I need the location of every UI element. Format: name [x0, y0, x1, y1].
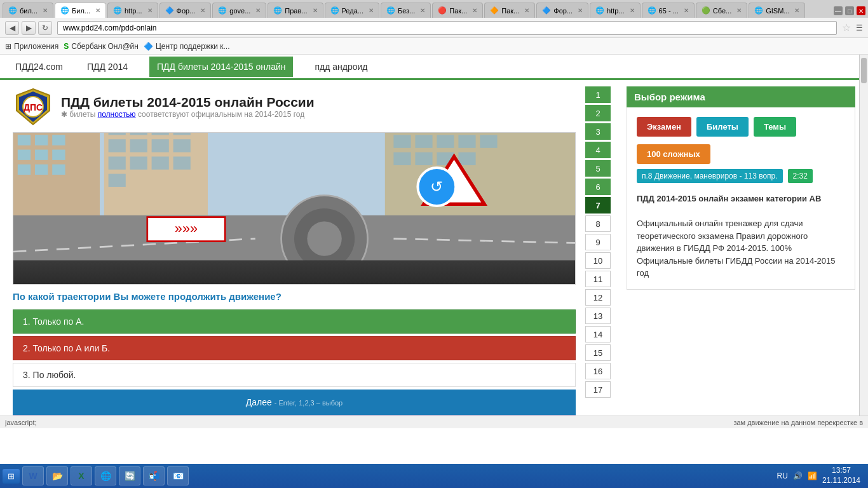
- tab-10-close[interactable]: ✕: [524, 7, 529, 14]
- tab-9[interactable]: 🔴 Пак... ✕: [432, 3, 483, 18]
- forward-button[interactable]: ▶: [22, 21, 36, 35]
- svg-rect-39: [480, 135, 497, 147]
- settings-button[interactable]: ☰: [856, 24, 863, 32]
- tab-14[interactable]: 🟢 Сбе... ✕: [696, 3, 747, 18]
- num-13[interactable]: 13: [585, 308, 611, 324]
- tab-11[interactable]: 🔷 Фор... ✕: [536, 3, 588, 18]
- tab-1[interactable]: 🌐 бил... ✕: [3, 3, 53, 18]
- answer-2[interactable]: 2. Только по А или Б.: [13, 336, 576, 360]
- mode-buttons: Экзамен Билеты Темы: [637, 117, 845, 137]
- bookmark-star[interactable]: ☆: [842, 22, 851, 34]
- answer-3-text: 3. По любой.: [23, 370, 76, 380]
- num-11[interactable]: 11: [585, 271, 611, 287]
- tab-13-close[interactable]: ✕: [684, 7, 689, 14]
- hard-100-button[interactable]: 100 сложных: [637, 144, 710, 164]
- tab-4[interactable]: 🔷 Фор... ✕: [159, 3, 212, 18]
- scrollbar[interactable]: [859, 55, 868, 416]
- tab-3-close[interactable]: ✕: [147, 7, 153, 14]
- minimize-button[interactable]: —: [834, 6, 843, 15]
- tab-6-label: Прав...: [285, 7, 307, 15]
- tab-10-label: Пак...: [501, 7, 519, 15]
- next-button[interactable]: Далее - Enter, 1,2,3 – выбор: [13, 390, 576, 415]
- svg-rect-17: [130, 133, 147, 135]
- answer-2-text: 2. Только по А или Б.: [23, 343, 110, 353]
- subtitle-post: соответствуют официальным на 2014-2015 г…: [138, 110, 304, 119]
- answer-3[interactable]: 3. По любой.: [13, 363, 576, 387]
- nav-pdd-bilets[interactable]: ПДД билеты 2014-2015 онлайн: [149, 57, 293, 77]
- num-7[interactable]: 7: [585, 197, 611, 214]
- page-title-area: ПДД билеты 2014-2015 онлайн России ✱ бил…: [61, 95, 315, 119]
- close-button[interactable]: ✕: [857, 6, 865, 15]
- num-10[interactable]: 10: [585, 252, 611, 269]
- refresh-button[interactable]: ↻: [38, 21, 52, 35]
- num-1[interactable]: 1: [585, 86, 611, 103]
- tab-11-label: Фор...: [553, 7, 573, 15]
- svg-point-47: [307, 221, 341, 255]
- tab-15-close[interactable]: ✕: [794, 7, 799, 14]
- tickets-button[interactable]: Билеты: [696, 117, 749, 137]
- num-3[interactable]: 3: [585, 123, 611, 140]
- nav-pdd24[interactable]: ПДД24.com: [13, 57, 65, 77]
- browser-frame: 🌐 бил... ✕ 🌐 Бил... ✕ 🌐 http... ✕ 🔷 Фор.…: [0, 0, 868, 428]
- tab-7-close[interactable]: ✕: [369, 7, 374, 14]
- tab-6[interactable]: 🌐 Прав... ✕: [268, 3, 323, 18]
- num-14[interactable]: 14: [585, 326, 611, 342]
- svg-rect-38: [458, 135, 475, 147]
- num-17[interactable]: 17: [585, 381, 611, 398]
- tab-8-close[interactable]: ✕: [420, 7, 425, 14]
- tab-4-close[interactable]: ✕: [200, 7, 205, 14]
- bookmark-apps[interactable]: ⊞ Приложения: [5, 42, 58, 51]
- answer-1-text: 1. Только по А.: [23, 316, 84, 327]
- site-nav: ПДД24.com ПДД 2014 ПДД билеты 2014-2015 …: [0, 55, 868, 80]
- sberbank-label: Сбербанк Онл@йн: [71, 42, 139, 51]
- num-9[interactable]: 9: [585, 234, 611, 250]
- tab-2-close[interactable]: ✕: [95, 7, 100, 14]
- back-button[interactable]: ◀: [5, 21, 19, 35]
- nav-pdd2014[interactable]: ПДД 2014: [85, 57, 130, 77]
- tab-9-close[interactable]: ✕: [472, 7, 477, 14]
- scrollbar-thumb[interactable]: [861, 58, 867, 83]
- tab-6-close[interactable]: ✕: [313, 7, 318, 14]
- num-15[interactable]: 15: [585, 344, 611, 361]
- num-8[interactable]: 8: [585, 215, 611, 232]
- subtitle-link[interactable]: полностью: [98, 110, 136, 119]
- bookmarks-bar: ⊞ Приложения S Сбербанк Онл@йн 🔷 Центр п…: [0, 38, 868, 55]
- tab-13[interactable]: 🌐 65 - ... ✕: [642, 3, 695, 18]
- tab-5[interactable]: 🌐 gove... ✕: [212, 3, 266, 18]
- number-column: 1 2 3 4 5 6 7 8 9 10 11 12 13 14 15 16 1…: [585, 86, 617, 416]
- bookmark-sberbank[interactable]: S Сбербанк Онл@йн: [64, 42, 139, 51]
- answer-1[interactable]: 1. Только по А.: [13, 309, 576, 334]
- tab-10[interactable]: 🔶 Пак... ✕: [484, 3, 535, 18]
- svg-rect-40: [393, 152, 410, 165]
- tab-7[interactable]: 🌐 Реда... ✕: [325, 3, 379, 18]
- page-subtitle: ✱ билеты полностью соответствуют официал…: [61, 110, 315, 119]
- tab-15[interactable]: 🌐 GISM... ✕: [749, 3, 805, 18]
- num-2[interactable]: 2: [585, 105, 611, 121]
- tab-1-icon: 🌐: [8, 6, 17, 15]
- url-input[interactable]: [57, 21, 837, 35]
- num-5[interactable]: 5: [585, 160, 611, 177]
- tab-11-icon: 🔷: [542, 6, 551, 15]
- num-16[interactable]: 16: [585, 363, 611, 379]
- num-12[interactable]: 12: [585, 289, 611, 306]
- tab-12-close[interactable]: ✕: [630, 7, 635, 14]
- tab-14-close[interactable]: ✕: [736, 7, 742, 14]
- tab-12[interactable]: 🌐 http... ✕: [590, 3, 641, 18]
- bookmark-support[interactable]: 🔷 Центр поддержки к...: [144, 42, 230, 51]
- tab-2[interactable]: 🌐 Бил... ✕: [55, 3, 106, 18]
- tab-8[interactable]: 🌐 Без... ✕: [381, 3, 431, 18]
- num-6[interactable]: 6: [585, 179, 611, 195]
- tab-5-close[interactable]: ✕: [255, 7, 261, 14]
- num-4[interactable]: 4: [585, 142, 611, 158]
- svg-rect-43: [458, 152, 475, 165]
- maximize-button[interactable]: □: [845, 6, 854, 15]
- nav-android[interactable]: пдд андроид: [312, 57, 370, 77]
- panel-header: Выбор режима: [627, 86, 855, 107]
- themes-button[interactable]: Темы: [754, 117, 796, 137]
- tab-3[interactable]: 🌐 http... ✕: [107, 3, 158, 18]
- exam-button[interactable]: Экзамен: [637, 117, 691, 137]
- tab-15-label: GISM...: [766, 7, 789, 15]
- tab-1-close[interactable]: ✕: [43, 7, 48, 14]
- svg-rect-25: [130, 156, 147, 169]
- tab-11-close[interactable]: ✕: [578, 7, 583, 14]
